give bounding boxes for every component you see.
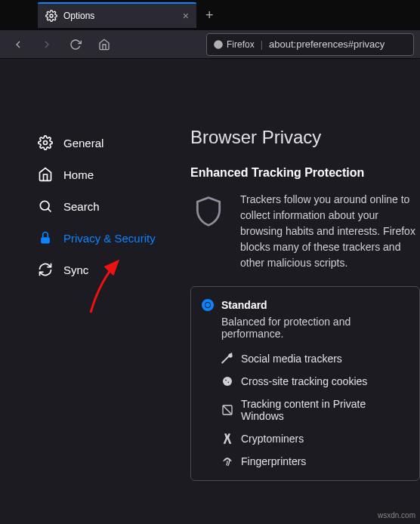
social-trackers-icon (221, 353, 233, 365)
svg-point-8 (228, 382, 230, 384)
preferences-main: Browser Privacy Enhanced Tracking Protec… (190, 59, 420, 524)
preferences-sidebar: General Home Search Privacy & Security S… (0, 59, 190, 524)
svg-point-5 (228, 353, 232, 357)
svg-point-0 (50, 14, 53, 17)
standard-description: Balanced for protection and performance. (221, 316, 409, 340)
protection-list: Social media trackers Cross-site trackin… (221, 347, 409, 473)
svg-point-7 (225, 380, 227, 381)
home-button[interactable] (92, 32, 116, 57)
list-item: Cross-site tracking cookies (221, 370, 409, 393)
etp-description: Trackers follow you around online to col… (240, 192, 420, 271)
sidebar-item-privacy-security[interactable]: Privacy & Security (30, 222, 190, 254)
standard-label: Standard (221, 299, 267, 311)
firefox-brand: Firefox (213, 39, 255, 50)
url-text: about:preferences#privacy (269, 39, 384, 50)
svg-rect-4 (41, 237, 50, 243)
forward-button[interactable] (35, 32, 59, 57)
list-item: Cryptominers (221, 427, 409, 450)
search-icon (38, 199, 53, 214)
sidebar-item-general[interactable]: General (30, 127, 190, 159)
sidebar-item-label: General (63, 137, 103, 149)
sidebar-item-sync[interactable]: Sync (30, 254, 190, 285)
nav-toolbar: Firefox | about:preferences#privacy (0, 30, 420, 59)
brand-label: Firefox (227, 39, 255, 50)
lock-icon (38, 230, 53, 245)
sidebar-item-label: Home (63, 168, 94, 181)
svg-point-3 (40, 201, 49, 210)
standard-option[interactable]: Standard Balanced for protection and per… (190, 286, 420, 481)
page-title: Browser Privacy (190, 127, 420, 148)
tracking-content-icon (221, 404, 233, 416)
sidebar-item-label: Sync (63, 264, 88, 276)
sidebar-item-home[interactable]: Home (30, 159, 190, 190)
gear-icon (38, 135, 53, 150)
svg-point-6 (223, 377, 232, 386)
new-tab-button[interactable]: + (196, 8, 223, 23)
fingerprint-icon (221, 455, 233, 467)
sidebar-item-label: Privacy & Security (63, 232, 156, 245)
gear-icon (45, 10, 57, 22)
list-item: Social media trackers (221, 347, 409, 370)
tab-title: Options (63, 11, 94, 21)
list-item: Fingerprinters (221, 450, 409, 473)
titlebar: Options × + (0, 0, 420, 30)
watermark: wsxdn.com (378, 511, 415, 519)
url-bar[interactable]: Firefox | about:preferences#privacy (206, 33, 414, 56)
sync-icon (38, 262, 53, 277)
list-item: Tracking content in Private Windows (221, 393, 409, 427)
svg-point-2 (44, 141, 48, 145)
back-button[interactable] (6, 32, 30, 57)
reload-button[interactable] (63, 32, 88, 57)
radio-standard[interactable] (202, 299, 214, 311)
cookie-icon (221, 375, 233, 387)
close-icon[interactable]: × (183, 10, 189, 22)
sidebar-item-label: Search (63, 200, 100, 213)
etp-section-title: Enhanced Tracking Protection (190, 166, 420, 180)
shield-icon (190, 192, 227, 234)
svg-point-1 (214, 40, 223, 49)
cryptominer-icon (221, 433, 233, 445)
tab-options[interactable]: Options × (38, 2, 196, 28)
home-icon (38, 167, 53, 182)
sidebar-item-search[interactable]: Search (30, 190, 190, 222)
